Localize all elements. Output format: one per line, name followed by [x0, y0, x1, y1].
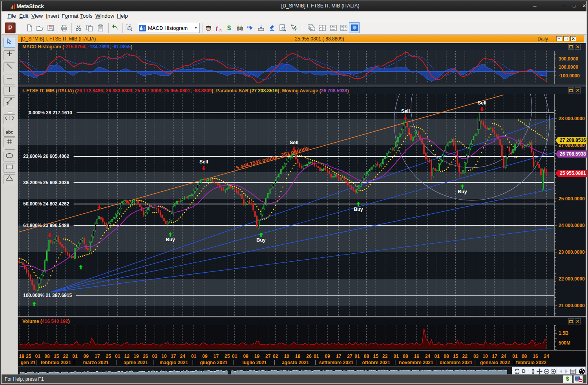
svg-text:26 708.5938: 26 708.5938 — [560, 151, 586, 157]
svg-text:25: 25 — [225, 354, 230, 359]
svg-text:08: 08 — [403, 354, 408, 359]
svg-text:09: 09 — [325, 354, 331, 359]
svg-text:01: 01 — [72, 354, 78, 359]
svg-text:ottobre 2021: ottobre 2021 — [362, 360, 391, 365]
svg-text:Buy: Buy — [458, 189, 467, 194]
svg-text:Buy: Buy — [354, 207, 363, 212]
svg-text:01: 01 — [512, 354, 518, 359]
svg-text:10: 10 — [284, 354, 289, 359]
svg-text:22 000.0000: 22 000.0000 — [559, 276, 585, 282]
svg-text:marzo 2021: marzo 2021 — [83, 360, 109, 365]
svg-text:26: 26 — [306, 354, 312, 359]
svg-text:1.5B: 1.5B — [559, 330, 569, 336]
svg-text:novembre 2021: novembre 2021 — [399, 360, 433, 365]
svg-text:15: 15 — [373, 354, 379, 359]
svg-text:23.600% 26 605.4062: 23.600% 26 605.4062 — [23, 154, 69, 159]
svg-text:19: 19 — [254, 354, 260, 359]
svg-text:01: 01 — [115, 354, 121, 359]
svg-text:09: 09 — [84, 354, 89, 359]
svg-text:Sell: Sell — [401, 108, 410, 114]
svg-text:Sell: Sell — [199, 159, 208, 165]
svg-text:17: 17 — [214, 354, 219, 359]
svg-text:01: 01 — [435, 354, 440, 359]
svg-text:24: 24 — [501, 354, 507, 359]
svg-text:Buy: Buy — [166, 237, 175, 242]
svg-text:27 208.8516: 27 208.8516 — [560, 138, 586, 143]
svg-text:01: 01 — [354, 354, 360, 359]
svg-text:Sell: Sell — [290, 140, 298, 145]
svg-text:10: 10 — [161, 354, 167, 359]
svg-text:I. FTSE IT. MIB (ITALIA) (26 1: I. FTSE IT. MIB (ITALIA) (26 172.8496; 2… — [22, 88, 349, 94]
svg-text:24: 24 — [425, 354, 431, 359]
svg-text:dicembre 2021: dicembre 2021 — [440, 360, 473, 365]
svg-text:01: 01 — [394, 354, 399, 359]
svg-text:18: 18 — [295, 354, 301, 359]
svg-text:15: 15 — [54, 354, 59, 359]
svg-text:15: 15 — [453, 354, 458, 359]
svg-text:08: 08 — [44, 354, 50, 359]
svg-text:17: 17 — [95, 354, 100, 359]
svg-text:38.200% 25 608.3036: 38.200% 25 608.3036 — [23, 180, 69, 185]
svg-text:22: 22 — [382, 354, 388, 359]
svg-text:24: 24 — [180, 354, 186, 359]
svg-text:-100.0000: -100.0000 — [559, 73, 580, 79]
svg-text:21 000.0000: 21 000.0000 — [559, 303, 585, 308]
svg-text:22: 22 — [63, 354, 69, 359]
svg-text:08: 08 — [364, 354, 369, 359]
svg-text:giugno 2021: giugno 2021 — [200, 360, 227, 365]
svg-text:maggio 2021: maggio 2021 — [159, 360, 188, 365]
svg-text:gen 21: gen 21 — [20, 360, 35, 365]
svg-text:17: 17 — [492, 354, 497, 359]
svg-text:10: 10 — [483, 354, 488, 359]
svg-text:0.000% 28 217.1610: 0.000% 28 217.1610 — [29, 110, 72, 116]
svg-text:26: 26 — [143, 354, 148, 359]
svg-text:22: 22 — [462, 354, 468, 359]
svg-text:300.0000: 300.0000 — [559, 56, 578, 62]
svg-text:12: 12 — [124, 354, 130, 359]
svg-text:09: 09 — [243, 354, 248, 359]
svg-text:25 000.0000: 25 000.0000 — [559, 196, 585, 202]
svg-text:500M: 500M — [559, 340, 570, 346]
svg-text:01: 01 — [314, 354, 319, 359]
svg-text:01: 01 — [35, 354, 41, 359]
svg-text:08: 08 — [444, 354, 449, 359]
svg-text:febbraio 2021: febbraio 2021 — [41, 360, 71, 365]
svg-text:aprile 2021: aprile 2021 — [124, 360, 148, 365]
svg-text:09: 09 — [202, 354, 208, 359]
svg-text:08: 08 — [522, 354, 527, 359]
svg-text:23 000.0000: 23 000.0000 — [559, 249, 585, 255]
svg-text:100.0000: 100.0000 — [559, 64, 578, 70]
svg-text:17: 17 — [171, 354, 176, 359]
svg-text:24: 24 — [544, 354, 550, 359]
svg-text:25: 25 — [106, 354, 111, 359]
svg-text:02: 02 — [273, 354, 278, 359]
svg-text:25: 25 — [26, 354, 31, 359]
svg-text:100.000% 21 387.6915: 100.000% 21 387.6915 — [23, 293, 72, 298]
svg-text:01: 01 — [191, 354, 197, 359]
svg-text:17: 17 — [336, 354, 341, 359]
svg-text:50.000% 24 802.4262: 50.000% 24 802.4262 — [23, 201, 69, 207]
svg-text:Sell: Sell — [478, 100, 486, 106]
svg-text:27: 27 — [265, 354, 271, 359]
svg-text:01: 01 — [232, 354, 237, 359]
svg-text:16: 16 — [533, 354, 538, 359]
svg-text:gennaio 2022: gennaio 2022 — [480, 360, 510, 365]
svg-text:61.800% 23 996.5488: 61.800% 23 996.5488 — [23, 223, 69, 228]
svg-text:agosto 2021: agosto 2021 — [282, 360, 309, 365]
svg-text:27: 27 — [347, 354, 352, 359]
svg-text:Buy: Buy — [256, 237, 266, 243]
svg-text:03: 03 — [152, 354, 158, 359]
svg-text:MACD Histogram (-215.8754; -13: MACD Histogram (-215.8754; -134.7899; -8… — [22, 44, 132, 50]
svg-text:19: 19 — [133, 354, 139, 359]
svg-text:febbraio 2022: febbraio 2022 — [516, 360, 547, 365]
svg-text:24 000.0000: 24 000.0000 — [559, 223, 585, 228]
svg-text:settembre 2021: settembre 2021 — [319, 360, 354, 365]
svg-text:03: 03 — [473, 354, 479, 359]
svg-text:Volume (416 540 192): Volume (416 540 192) — [22, 319, 70, 324]
svg-text:luglio 2021: luglio 2021 — [242, 360, 267, 365]
svg-text:16: 16 — [414, 354, 420, 359]
svg-text:28 000.0000: 28 000.0000 — [559, 116, 585, 121]
svg-text:18: 18 — [19, 354, 24, 359]
svg-text:25 955.0801: 25 955.0801 — [560, 170, 586, 176]
